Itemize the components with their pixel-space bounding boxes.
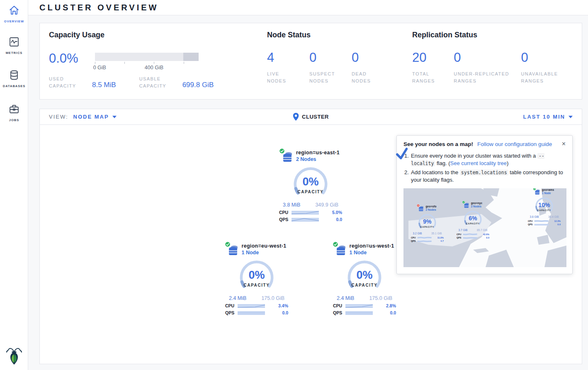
under-replicated-ranges-value: 0 — [454, 51, 518, 64]
minimap-node-geo-ams: geo=ams 1 Node 10% CAPACITY 3.6 GiB 36.4… — [524, 188, 565, 226]
node-card-us-west-1[interactable]: region=us-west-1 1 Node 0% CAPACITY 2.4 … — [325, 243, 404, 315]
step-2: 2. Add locations to the system.locations… — [404, 169, 566, 184]
sidebar-item-label: METRICS — [0, 51, 28, 55]
replication-status-section: Replication Status 20TOTAL RANGES 0UNDER… — [403, 29, 582, 93]
used-value: 2.4 MiB — [229, 295, 246, 301]
node-status-section: Node Status 4LIVE NODES 0SUSPECT NODES 0… — [258, 29, 403, 93]
qps-sparkline — [292, 217, 319, 222]
breadcrumb-cluster: CLUSTER — [302, 114, 329, 120]
database-stack-icon — [282, 151, 293, 163]
database-stack-icon — [335, 244, 347, 256]
node-card-eu-west-1[interactable]: region=eu-west-1 1 Node 0% CAPACITY 2.4 … — [217, 243, 296, 315]
configuration-guide-link[interactable]: Follow our configuration guide — [477, 141, 552, 147]
green-check-icon — [333, 241, 338, 249]
capacity-gauge: 0% CAPACITY — [290, 166, 331, 200]
total-value: 175.0 GiB — [369, 295, 392, 301]
capacity-usage-section: Capacity Usage 0.0% 0 GiB 400 GiB — [40, 29, 258, 93]
qps-label: QPS — [528, 223, 534, 226]
unavailable-ranges-label: UNAVAILABLE RANGES — [521, 71, 566, 85]
sidebar-item-jobs[interactable]: JOBS — [0, 104, 28, 122]
cpu-value: 12.3% — [554, 219, 560, 222]
close-icon[interactable]: × — [562, 141, 566, 147]
used-value: 3.2 GiB — [413, 232, 422, 235]
page-title: CLUSTER OVERVIEW — [39, 3, 158, 12]
green-check-icon — [279, 148, 285, 156]
nodes-count-link[interactable]: 1 Node — [350, 250, 394, 256]
qps-sparkline — [463, 236, 477, 239]
view-selector-dropdown[interactable]: NODE MAP — [73, 114, 117, 120]
database-stack-icon — [463, 202, 469, 209]
used-capacity-label: USED CAPACITY — [49, 75, 87, 90]
database-stack-icon — [418, 205, 424, 212]
main-area: CLUSTER OVERVIEW Capacity Usage 0.0% 0 G… — [28, 0, 588, 370]
example-node-map-image: geo=sfo 2 Nodes 9% CAPACITY 3.2 GiB 35.1… — [403, 188, 566, 267]
total-value: 65.7 GiB — [477, 229, 487, 231]
total-value: 349.9 GiB — [315, 202, 338, 208]
dead-nodes-label: DEAD NODES — [352, 71, 381, 85]
view-bar: VIEW: NODE MAP CLUSTER LAST 10 MIN — [39, 109, 582, 125]
cpu-value: 2.8% — [386, 303, 396, 308]
used-capacity-value: 8.5 MiB — [92, 81, 116, 90]
databases-icon — [9, 70, 19, 80]
cpu-label: CPU — [333, 303, 345, 308]
capacity-percent: 0% — [344, 269, 385, 282]
used-value: 3.6 GiB — [530, 215, 539, 218]
capacity-gauge: 0% CAPACITY — [344, 260, 385, 293]
cpu-label: CPU — [528, 219, 534, 222]
jobs-icon — [9, 104, 19, 114]
capacity-gauge: 0% CAPACITY — [236, 260, 277, 293]
nodes-count: 2 Nodes — [471, 205, 483, 208]
cpu-sparkline — [417, 236, 431, 239]
cpu-label: CPU — [279, 210, 291, 215]
region-label: geo=sfo — [425, 205, 436, 208]
sidebar-item-databases[interactable]: DATABASES — [0, 70, 28, 88]
nodes-count-link[interactable]: 1 Node — [242, 250, 287, 256]
qps-value: 0.0 — [336, 217, 342, 222]
region-label: geo=nyc — [471, 202, 483, 204]
locality-tree-link[interactable]: See current locality tree — [450, 160, 507, 166]
cpu-value: 11.0% — [437, 236, 444, 239]
sidebar-item-overview[interactable]: OVERVIEW — [0, 5, 28, 23]
green-check-icon — [533, 188, 536, 191]
qps-sparkline — [345, 311, 373, 315]
content: Capacity Usage 0.0% 0 GiB 400 GiB — [28, 15, 588, 364]
map-pin-icon — [293, 113, 299, 121]
cpu-sparkline — [238, 304, 265, 308]
cockroach-logo[interactable] — [6, 345, 22, 367]
node-card-us-east-1[interactable]: region=us-east-1 2 Nodes 0% CAPACITY 3.8… — [271, 150, 350, 222]
nodes-count-link[interactable]: 2 Nodes — [296, 156, 340, 162]
total-ranges-label: TOTAL RANGES — [412, 71, 441, 85]
cpu-label: CPU — [225, 303, 237, 308]
capacity-gauge: 6% CAPACITY — [462, 210, 484, 228]
capacity-label: CAPACITY — [236, 283, 277, 287]
qps-value: 0.0 — [390, 310, 396, 315]
live-nodes-label: LIVE NODES — [267, 71, 296, 85]
sidebar-item-metrics[interactable]: METRICS — [0, 37, 28, 55]
capacity-label: CAPACITY — [462, 222, 484, 225]
capacity-percent: 6% — [462, 215, 484, 222]
cpu-value: 5.0% — [332, 210, 342, 215]
total-ranges-value: 20 — [412, 51, 450, 64]
minimap-node-geo-nyc: geo=nyc 2 Nodes 6% CAPACITY 3.7 GiB 65.7… — [452, 202, 493, 239]
chevron-down-icon — [569, 116, 573, 118]
database-stack-icon — [227, 244, 239, 256]
region-label: region=eu-west-1 — [242, 243, 287, 249]
time-range-dropdown[interactable]: LAST 10 MIN — [523, 114, 573, 120]
node-map-panel: region=us-east-1 2 Nodes 0% CAPACITY 3.8… — [39, 125, 582, 364]
nodes-count: 1 Node — [542, 192, 554, 195]
total-value: 175.0 GiB — [261, 295, 284, 301]
qps-label: QPS — [333, 310, 345, 315]
capacity-label: CAPACITY — [533, 209, 555, 212]
nodes-on-map-popup: See your nodes on a map! Follow our conf… — [396, 135, 573, 274]
total-value: 35.1 GiB — [431, 232, 442, 235]
tick-label-400: 400 GiB — [145, 65, 163, 71]
dead-nodes-value: 0 — [352, 51, 391, 64]
qps-label: QPS — [225, 310, 237, 315]
page-header: CLUSTER OVERVIEW — [28, 0, 588, 15]
qps-label: QPS — [279, 217, 291, 222]
cpu-sparkline — [534, 219, 548, 222]
green-check-icon — [225, 241, 231, 249]
cpu-sparkline — [345, 304, 373, 308]
cpu-label: CPU — [411, 236, 417, 239]
capacity-gauge: 9% CAPACITY — [416, 214, 438, 231]
